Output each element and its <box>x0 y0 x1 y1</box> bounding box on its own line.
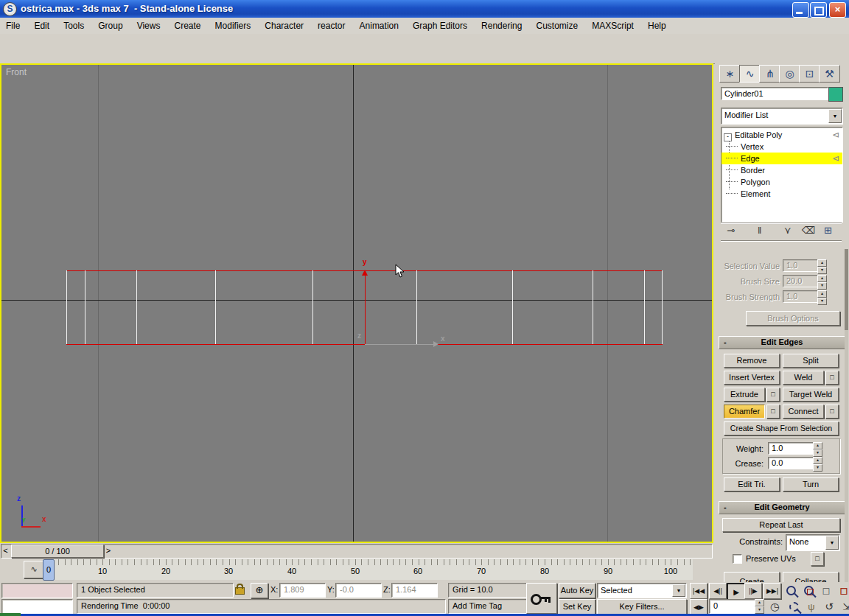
auto-key-button[interactable]: Auto Key <box>559 583 595 598</box>
viewport-front[interactable]: Front y x z z x y <box>0 63 713 543</box>
close-button[interactable]: × <box>829 2 846 18</box>
brush-strength-spinner[interactable]: ▴▾ <box>817 290 827 305</box>
next-frame-icon[interactable]: ||▶ <box>744 583 762 599</box>
stack-root-row[interactable]: -Editable Poly ⊲ <box>722 129 842 141</box>
y-coord-field[interactable]: -0.0 <box>335 583 382 598</box>
configure-modifier-sets-icon[interactable]: ⊞ <box>824 225 832 236</box>
key-filter-dropdown[interactable]: Selected ▼ <box>597 583 687 598</box>
tab-hierarchy[interactable]: ⋔ <box>759 65 780 83</box>
menu-create[interactable]: Create <box>169 18 207 33</box>
menu-maxscript[interactable]: MAXScript <box>586 18 640 33</box>
rollout-collapse-icon[interactable]: - <box>724 337 727 348</box>
stack-row-border[interactable]: Border <box>722 164 842 176</box>
menu-group[interactable]: Group <box>92 18 128 33</box>
object-name-field[interactable]: Cylinder01 <box>721 87 828 100</box>
zoom-extents-icon[interactable]: ◻ <box>818 583 834 598</box>
remove-modifier-icon[interactable]: ⌫ <box>802 225 815 236</box>
show-end-result-icon[interactable]: ‖ <box>758 225 761 236</box>
cylinder-edge[interactable] <box>416 270 417 344</box>
cylinder-edge[interactable] <box>644 270 645 344</box>
selection-value-spinner[interactable]: ▴▾ <box>817 259 827 274</box>
cylinder-edge[interactable] <box>215 270 216 344</box>
preserve-uvs-checkbox[interactable] <box>733 554 742 564</box>
pin-stack-icon[interactable]: ⊸ <box>727 225 735 236</box>
maxscript-mini-listener-white[interactable] <box>1 599 73 615</box>
gizmo-y-axis[interactable] <box>365 276 366 344</box>
cylinder-edge[interactable] <box>593 270 593 344</box>
create-button[interactable]: Create <box>724 572 780 582</box>
brush-size-spinner[interactable]: ▴▾ <box>817 275 827 290</box>
open-mini-curve-editor-icon[interactable]: ∿ <box>24 561 44 578</box>
previous-frame-arrow[interactable]: < <box>1 545 10 556</box>
connect-button[interactable]: Connect <box>783 405 824 419</box>
go-to-start-icon[interactable]: |◀◀ <box>690 583 708 599</box>
panel-scrollbar-thumb[interactable] <box>845 249 848 330</box>
tab-display[interactable]: ⊡ <box>799 65 820 83</box>
menu-customize[interactable]: Customize <box>531 18 584 33</box>
chamfer-button[interactable]: Chamfer <box>724 405 765 419</box>
cylinder-edge[interactable] <box>66 270 67 344</box>
collapse-button[interactable]: Collapse <box>783 572 839 582</box>
make-unique-icon[interactable]: ⋎ <box>784 225 792 236</box>
tab-utilities[interactable]: ⚒ <box>819 65 840 83</box>
extrude-settings-icon[interactable]: □ <box>766 388 780 402</box>
menu-animation[interactable]: Animation <box>354 18 405 33</box>
preserve-uvs-settings-icon[interactable]: □ <box>811 552 824 566</box>
tab-motion[interactable]: ◎ <box>779 65 800 83</box>
stack-row-element[interactable]: Element <box>722 188 842 200</box>
cylinder-edge[interactable] <box>512 270 513 344</box>
min-max-toggle-icon[interactable]: ⇲ <box>839 599 849 614</box>
set-key-button[interactable]: Set Key <box>559 599 595 615</box>
brush-size-field[interactable]: 20.0 <box>783 275 818 287</box>
menu-modifiers[interactable]: Modifiers <box>209 18 257 33</box>
cylinder-edge[interactable] <box>312 270 313 344</box>
go-to-end-icon[interactable]: ▶▶| <box>764 583 781 599</box>
weld-button[interactable]: Weld <box>783 371 824 385</box>
play-animation-icon[interactable]: ▶ <box>727 583 746 601</box>
tab-modify[interactable]: ∿ <box>739 65 761 83</box>
weight-spinner[interactable]: ▴▾ <box>813 442 822 457</box>
dropdown-arrow-icon[interactable]: ▼ <box>828 109 842 123</box>
x-coord-field[interactable]: 1.809 <box>279 583 326 598</box>
zoom-all-icon[interactable] <box>800 583 817 598</box>
time-slider-handle[interactable]: 0 <box>43 559 55 581</box>
crease-spinner[interactable]: ▴▾ <box>813 457 822 472</box>
repeat-last-button[interactable]: Repeat Last <box>722 518 840 532</box>
cylinder-edge[interactable] <box>85 270 85 344</box>
create-shape-button[interactable]: Create Shape From Selection <box>724 421 839 435</box>
cylinder-edge[interactable] <box>662 270 663 344</box>
menu-graph-editors[interactable]: Graph Editors <box>407 18 473 33</box>
modifier-list-dropdown[interactable]: Modifier List ▼ <box>721 108 843 125</box>
set-keys-button[interactable] <box>526 583 557 614</box>
connect-settings-icon[interactable]: □ <box>825 405 839 419</box>
current-frame-field[interactable]: 0 <box>709 599 758 614</box>
selection-value-field[interactable]: 1.0 <box>783 259 818 272</box>
extrude-button[interactable]: Extrude <box>724 388 765 402</box>
crease-field[interactable]: 0.0 <box>768 457 814 469</box>
menu-file[interactable]: File <box>0 18 26 33</box>
selection-lock-icon[interactable] <box>235 584 245 596</box>
edit-geometry-rollout-header[interactable]: - Edit Geometry <box>719 501 845 514</box>
rollout-collapse-icon[interactable]: - <box>724 502 727 513</box>
pan-view-icon[interactable]: ψ <box>803 599 820 614</box>
stack-row-vertex[interactable]: Vertex <box>722 141 842 153</box>
weld-settings-icon[interactable]: □ <box>825 371 839 385</box>
time-slider-button[interactable]: 0 / 100 <box>11 545 104 558</box>
dropdown-arrow-icon[interactable]: ▼ <box>672 584 685 597</box>
frame-spinner[interactable]: ▴▾ <box>755 599 764 614</box>
remove-button[interactable]: Remove <box>724 354 780 368</box>
menu-views[interactable]: Views <box>131 18 167 33</box>
absolute-offset-toggle-icon[interactable]: ⊕ <box>251 583 268 598</box>
restore-button[interactable] <box>810 2 827 18</box>
edit-edges-rollout-header[interactable]: - Edit Edges <box>719 336 845 349</box>
constraints-dropdown[interactable]: None ▼ <box>786 534 840 551</box>
zoom-extents-all-icon[interactable]: ◻ <box>836 583 849 598</box>
menu-reactor[interactable]: reactor <box>312 18 351 33</box>
time-configuration-icon[interactable]: ◷ <box>766 599 783 614</box>
brush-options-button[interactable]: Brush Options <box>746 311 840 326</box>
gizmo-x-axis[interactable] <box>365 344 433 345</box>
panel-scrollbar[interactable] <box>845 249 848 582</box>
zoom-icon[interactable] <box>783 583 799 598</box>
target-weld-button[interactable]: Target Weld <box>783 388 839 402</box>
dropdown-arrow-icon[interactable]: ▼ <box>825 536 839 550</box>
